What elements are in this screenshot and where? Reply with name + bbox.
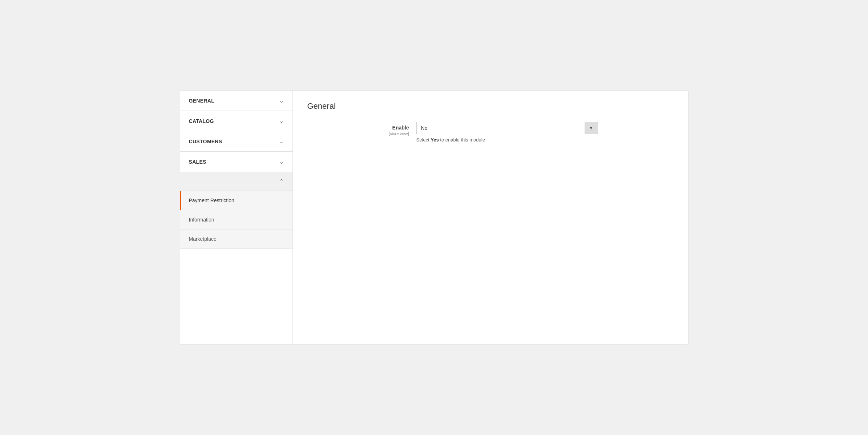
form-row-enable: Enable [store view] No Yes ▼ Select Yes … [307, 122, 674, 143]
enable-hint: Select Yes to enable this module [416, 137, 598, 143]
chevron-down-icon: ⌄ [279, 117, 284, 124]
sidebar-item-customers: CUSTOMERS ⌄ [180, 131, 292, 152]
main-container: GENERAL ⌄ CATALOG ⌄ CUSTOMERS ⌄ SALES ⌄ [180, 90, 689, 345]
sidebar-customers-label: CUSTOMERS [189, 139, 222, 144]
content-area: General Enable [store view] No Yes ▼ [293, 91, 688, 344]
select-arrow-icon[interactable]: ▼ [585, 122, 598, 134]
form-section: Enable [store view] No Yes ▼ Select Yes … [307, 122, 674, 143]
enable-hint-suffix: to enable this module [439, 137, 485, 143]
sidebar-sub-items: Payment Restriction Information Marketpl… [180, 191, 292, 249]
form-label-group-enable: Enable [store view] [307, 122, 416, 136]
sidebar: GENERAL ⌄ CATALOG ⌄ CUSTOMERS ⌄ SALES ⌄ [180, 91, 293, 344]
sidebar-expanded-section: ⌃ [180, 172, 292, 191]
sidebar-item-sales: SALES ⌄ [180, 152, 292, 172]
sidebar-subitem-information[interactable]: Information [180, 210, 292, 230]
chevron-down-icon: ⌄ [279, 158, 284, 165]
sidebar-general-label: GENERAL [189, 98, 215, 104]
sidebar-sales-label: SALES [189, 159, 206, 165]
enable-label: Enable [307, 125, 409, 131]
chevron-up-icon: ⌃ [279, 178, 284, 185]
enable-hint-bold: Yes [431, 137, 439, 143]
enable-select[interactable]: No Yes [417, 122, 585, 134]
sidebar-subitem-information-label: Information [189, 217, 214, 223]
enable-scope-label: [store view] [307, 131, 409, 136]
chevron-down-icon: ⌄ [279, 138, 284, 145]
sidebar-subitem-payment-restriction[interactable]: Payment Restriction [180, 191, 292, 210]
sidebar-subitem-marketplace-label: Marketplace [189, 236, 217, 242]
sidebar-sales-header[interactable]: SALES ⌄ [180, 152, 292, 172]
sidebar-item-general: GENERAL ⌄ [180, 91, 292, 111]
sidebar-catalog-label: CATALOG [189, 118, 214, 124]
sidebar-item-catalog: CATALOG ⌄ [180, 111, 292, 131]
sidebar-general-header[interactable]: GENERAL ⌄ [180, 91, 292, 111]
sidebar-subitem-marketplace[interactable]: Marketplace [180, 230, 292, 249]
form-control-group-enable: No Yes ▼ Select Yes to enable this modul… [416, 122, 598, 143]
sidebar-customers-header[interactable]: CUSTOMERS ⌄ [180, 131, 292, 151]
sidebar-catalog-header[interactable]: CATALOG ⌄ [180, 111, 292, 131]
sidebar-subitem-payment-restriction-label: Payment Restriction [189, 197, 234, 203]
enable-hint-prefix: Select [416, 137, 431, 143]
chevron-down-icon: ⌄ [279, 97, 284, 104]
page-title: General [307, 101, 674, 111]
enable-select-wrapper: No Yes ▼ [416, 122, 598, 134]
sidebar-expanded-toggle[interactable]: ⌃ [180, 172, 292, 191]
